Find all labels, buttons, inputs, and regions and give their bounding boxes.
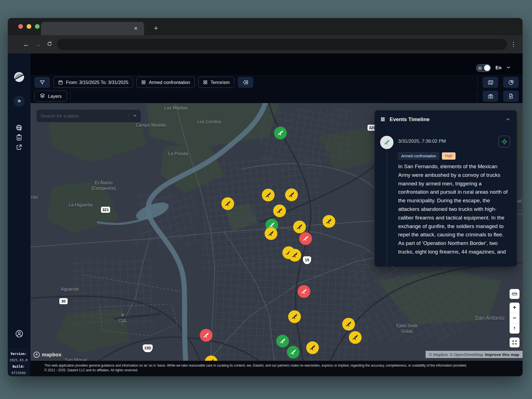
event-marker-yellow[interactable]	[288, 249, 301, 262]
event-marker-red[interactable]	[200, 329, 213, 342]
funnel-icon	[39, 80, 45, 85]
rifle-icon	[308, 343, 318, 353]
event-marker-yellow[interactable]	[285, 188, 298, 201]
search-dropdown-button[interactable]	[129, 113, 141, 119]
event-marker-yellow[interactable]	[306, 341, 319, 354]
event-marker-yellow[interactable]	[262, 189, 275, 201]
rifle-icon	[266, 229, 276, 239]
attrib-osm-link[interactable]: © OpenStreetMap	[450, 352, 483, 357]
map-attribution: © Mapbox © OpenStreetMap Improve this ma…	[426, 351, 523, 358]
rifle-icon	[287, 190, 297, 200]
close-window-button[interactable]	[18, 24, 23, 29]
theme-toggle[interactable]	[476, 64, 491, 72]
language-selector[interactable]: En	[495, 65, 502, 71]
sidebar-item-reports[interactable]	[8, 134, 30, 141]
attrib-improve-link[interactable]: Improve this map	[485, 352, 519, 357]
date-range-chip[interactable]: From: 3/15/2025 To: 3/31/2025	[53, 77, 133, 88]
reload-button[interactable]	[44, 39, 55, 50]
chevron-down-icon[interactable]	[506, 65, 511, 71]
timeline-list-icon	[380, 116, 386, 122]
external-link-icon	[16, 144, 22, 150]
fullscreen-button[interactable]	[510, 337, 520, 347]
map-canvas[interactable]: Las MilpitasLos CerritosCampo MoreliaLa …	[30, 103, 523, 361]
user-account-button[interactable]	[8, 329, 30, 338]
event-marker-green[interactable]	[274, 127, 287, 139]
map-view-button[interactable]	[483, 77, 498, 88]
rifle-icon	[350, 332, 360, 343]
app-footer: This web application provides general gu…	[30, 361, 523, 376]
app-header: En	[30, 53, 523, 75]
rifle-icon	[263, 190, 273, 200]
clear-filters-button[interactable]	[238, 77, 253, 88]
rifle-icon	[275, 128, 286, 138]
sidebar-item-globe[interactable]	[8, 124, 30, 132]
category-chip-armed-confrontation[interactable]: Armed confrontation	[136, 77, 195, 88]
event-marker-yellow[interactable]	[293, 221, 306, 233]
event-marker-yellow[interactable]	[273, 204, 286, 217]
sidebar-item-external-link[interactable]	[8, 144, 30, 150]
filter-button[interactable]	[34, 77, 50, 88]
rifle-icon	[278, 336, 288, 346]
event-marker-yellow[interactable]	[349, 331, 362, 344]
highway-shield: 30	[59, 298, 68, 304]
filter-bar: From: 3/15/2025 To: 3/31/2025 Armed conf…	[30, 75, 523, 89]
build-label: Build:	[8, 364, 29, 370]
category-chip-terrorism[interactable]: Terrorism	[198, 77, 234, 88]
rifle-icon	[344, 319, 354, 329]
event-marker-red[interactable]	[298, 285, 310, 298]
event-marker-yellow[interactable]	[221, 197, 234, 210]
minimize-window-button[interactable]	[27, 24, 31, 29]
back-button[interactable]: ←	[21, 39, 32, 50]
divider	[477, 91, 478, 102]
maximize-window-button[interactable]	[35, 24, 40, 29]
event-marker-yellow[interactable]	[288, 310, 301, 323]
event-marker-yellow[interactable]	[342, 318, 355, 331]
rifle-icon	[223, 199, 233, 209]
export-button[interactable]	[503, 91, 519, 102]
rifle-icon	[275, 206, 285, 216]
event-marker-red[interactable]	[299, 232, 312, 245]
attrib-mapbox-link[interactable]: © Mapbox	[429, 352, 448, 357]
map-place-label: Las Milpitas	[164, 105, 188, 111]
clipboard-chart-icon	[16, 134, 23, 141]
browser-tab[interactable]: ✕	[41, 22, 144, 35]
mapbox-wordmark: mapbox	[42, 352, 62, 358]
screenshot-button[interactable]	[483, 91, 498, 102]
event-marker-green[interactable]	[276, 335, 289, 347]
locate-event-button[interactable]	[498, 136, 510, 147]
event-marker-yellow[interactable]	[323, 215, 335, 228]
event-marker-green[interactable]	[287, 346, 300, 359]
zoom-out-button[interactable]: −	[510, 313, 520, 323]
sidebar-expand-button[interactable]: »	[8, 96, 30, 107]
measure-button[interactable]	[510, 289, 520, 299]
zoom-in-button[interactable]: +	[510, 303, 520, 313]
zoom-controls: + − ▲ ▼	[510, 303, 520, 334]
version-value: 2025.03.0	[8, 357, 29, 364]
collapse-panel-button[interactable]	[505, 117, 511, 122]
place-search	[37, 110, 141, 122]
double-chevron-icon: »	[14, 96, 25, 107]
mapbox-logo[interactable]: mapbox	[33, 351, 62, 358]
pitch-toggle-button[interactable]: ▲ ▼	[510, 323, 520, 334]
event-severity-badge: High	[442, 152, 456, 160]
search-input[interactable]	[37, 113, 129, 119]
rifle-icon	[301, 234, 311, 244]
map-place-label: Aguaruto	[61, 287, 79, 292]
divider	[70, 91, 71, 102]
event-marker-yellow[interactable]	[265, 227, 277, 240]
new-tab-button[interactable]: +	[151, 24, 161, 33]
mapbox-logo-icon	[33, 351, 40, 358]
browser-menu-button[interactable]: ⋮	[508, 39, 519, 50]
chart-view-button[interactable]	[503, 77, 519, 88]
grid-icon	[141, 80, 146, 85]
forward-button[interactable]: →	[33, 39, 43, 50]
rifle-icon	[206, 357, 216, 361]
tab-close-icon[interactable]: ✕	[132, 25, 139, 32]
build-value: bf31b9d	[8, 370, 29, 376]
expand-icon	[511, 339, 518, 346]
layers-button[interactable]: Layers	[34, 91, 67, 102]
pitch-down-icon: ▼	[513, 329, 516, 331]
dataint-logo-icon	[13, 71, 25, 83]
date-range-label: From: 3/15/2025 To: 3/31/2025	[66, 80, 128, 85]
address-bar[interactable]	[57, 39, 507, 50]
